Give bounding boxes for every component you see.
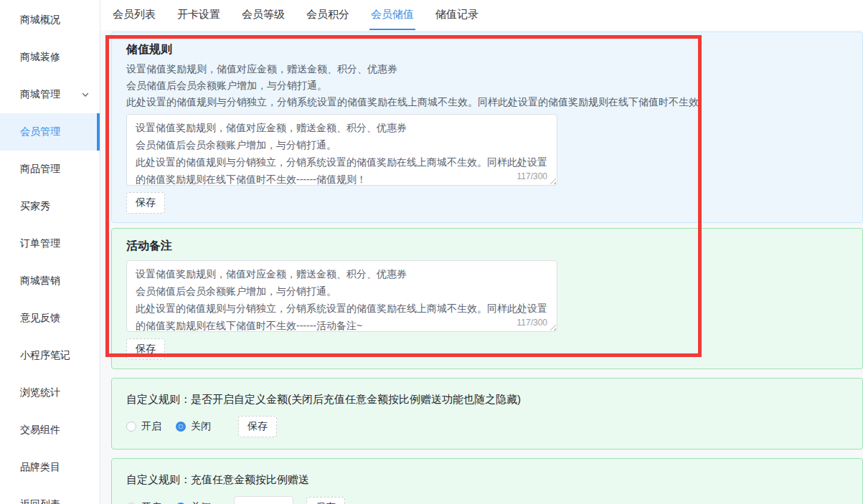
- save-button[interactable]: 保存: [126, 192, 165, 214]
- panel-stored-value-rules: 储值规则 设置储值奖励规则，储值对应金额，赠送金额、积分、优惠券 会员储值后会员…: [111, 32, 863, 223]
- sidebar-item-label: 商城概况: [20, 14, 60, 27]
- section-description: 设置储值奖励规则，储值对应金额，赠送金额、积分、优惠券 会员储值后会员余额账户增…: [126, 61, 848, 110]
- char-counter: 117/300: [517, 171, 548, 181]
- radio-on-label[interactable]: 开启: [141, 501, 161, 504]
- sidebar-item-browse-statistics[interactable]: 浏览统计: [0, 374, 100, 412]
- main-content: 会员列表 开卡设置 会员等级 会员积分 会员储值 储值记录 储值规则 设置储值奖…: [100, 0, 863, 504]
- description-line: 设置储值奖励规则，储值对应金额，赠送金额、积分、优惠券: [126, 61, 848, 77]
- sidebar: 商城概况 商城装修 商城管理 会员管理 商品管理 买家秀 订单管理 商城营销 意…: [0, 0, 100, 504]
- sidebar-item-feedback[interactable]: 意见反馈: [0, 300, 100, 337]
- panel-custom-rule-ratio: 自定义规则：充值任意金额按比例赠送 开启 关闭 保存: [111, 458, 863, 504]
- sidebar-item-label: 商品管理: [20, 163, 60, 176]
- tab-bar: 会员列表 开卡设置 会员等级 会员积分 会员储值 储值记录: [100, 0, 863, 30]
- save-button[interactable]: 保存: [306, 497, 345, 504]
- section-title: 储值规则: [126, 41, 848, 57]
- notes-textarea-wrapper: 设置储值奖励规则，储值对应金额，赠送金额、积分、优惠券 会员储值后会员余额账户增…: [126, 260, 557, 332]
- sidebar-item-label: 商城营销: [20, 275, 60, 287]
- sidebar-item-label: 返回列表: [20, 498, 60, 504]
- sidebar-item-label: 会员管理: [20, 125, 60, 138]
- sidebar-item-label: 浏览统计: [20, 386, 60, 399]
- sidebar-item-back-to-list[interactable]: 返回列表: [0, 486, 100, 504]
- sidebar-item-member-management[interactable]: 会员管理: [0, 113, 100, 151]
- sidebar-item-label: 商城管理: [20, 88, 60, 101]
- sidebar-item-label: 意见反馈: [20, 312, 60, 325]
- panel-activity-notes: 活动备注 设置储值奖励规则，储值对应金额，赠送金额、积分、优惠券 会员储值后会员…: [111, 228, 863, 369]
- sidebar-item-label: 交易组件: [20, 424, 60, 437]
- sidebar-item-mall-decoration[interactable]: 商城装修: [0, 39, 100, 76]
- rules-textarea-wrapper: 设置储值奖励规则，储值对应金额，赠送金额、积分、优惠券 会员储值后会员余额账户增…: [126, 114, 557, 186]
- radio-on[interactable]: [126, 422, 136, 432]
- sidebar-item-label: 品牌类目: [20, 461, 60, 474]
- sidebar-item-brand-categories[interactable]: 品牌类目: [0, 449, 100, 486]
- char-counter: 117/300: [517, 318, 548, 328]
- save-button[interactable]: 保存: [238, 416, 277, 437]
- sidebar-item-label: 商城装修: [20, 51, 60, 64]
- description-line: 此处设置的储值规则与分销独立，分销系统设置的储值奖励在线上商城不生效。同样此处设…: [126, 94, 848, 110]
- section-title: 活动备注: [126, 237, 848, 254]
- sidebar-item-mall-marketing[interactable]: 商城营销: [0, 262, 100, 300]
- tab-stored-value-records[interactable]: 储值记录: [434, 0, 480, 30]
- rule-controls-row: 开启 关闭 保存: [126, 416, 848, 437]
- tab-member-level[interactable]: 会员等级: [240, 0, 286, 30]
- sidebar-item-mall-overview[interactable]: 商城概况: [0, 1, 100, 39]
- chevron-down-icon: [81, 90, 90, 99]
- tab-member-points[interactable]: 会员积分: [305, 0, 351, 30]
- sidebar-item-label: 订单管理: [20, 237, 60, 250]
- description-line: 会员储值后会员余额账户增加，与分销打通。: [126, 77, 848, 94]
- rule-title: 自定义规则：是否开启自定义金额(关闭后充值任意金额按比例赠送功能也随之隐藏): [126, 390, 848, 406]
- tab-card-settings[interactable]: 开卡设置: [176, 0, 222, 30]
- sidebar-item-label: 小程序笔记: [20, 349, 70, 362]
- radio-on-label[interactable]: 开启: [141, 420, 161, 433]
- tab-member-stored-value[interactable]: 会员储值: [369, 0, 415, 30]
- rule-title: 自定义规则：充值任意金额按比例赠送: [126, 470, 848, 487]
- sidebar-item-buyer-show[interactable]: 买家秀: [0, 188, 100, 225]
- radio-off-label[interactable]: 关闭: [191, 501, 211, 504]
- activity-notes-textarea[interactable]: 设置储值奖励规则，储值对应金额，赠送金额、积分、优惠券 会员储值后会员余额账户增…: [126, 260, 557, 332]
- radio-off[interactable]: [176, 422, 186, 432]
- tab-member-list[interactable]: 会员列表: [111, 0, 157, 30]
- sidebar-item-trade-components[interactable]: 交易组件: [0, 412, 100, 449]
- sidebar-item-order-management[interactable]: 订单管理: [0, 225, 100, 262]
- save-button[interactable]: 保存: [126, 338, 165, 360]
- ratio-input[interactable]: [234, 496, 293, 504]
- sidebar-item-miniprogram-notes[interactable]: 小程序笔记: [0, 337, 100, 374]
- radio-off-label[interactable]: 关闭: [191, 420, 211, 433]
- sidebar-item-product-management[interactable]: 商品管理: [0, 151, 100, 188]
- stored-value-rules-textarea[interactable]: 设置储值奖励规则，储值对应金额，赠送金额、积分、优惠券 会员储值后会员余额账户增…: [126, 114, 557, 186]
- panel-custom-rule-toggle: 自定义规则：是否开启自定义金额(关闭后充值任意金额按比例赠送功能也随之隐藏) 开…: [111, 378, 863, 450]
- sidebar-item-label: 买家秀: [20, 200, 50, 213]
- rule-controls-row: 开启 关闭 保存: [126, 496, 848, 504]
- sidebar-item-mall-management[interactable]: 商城管理: [0, 76, 100, 113]
